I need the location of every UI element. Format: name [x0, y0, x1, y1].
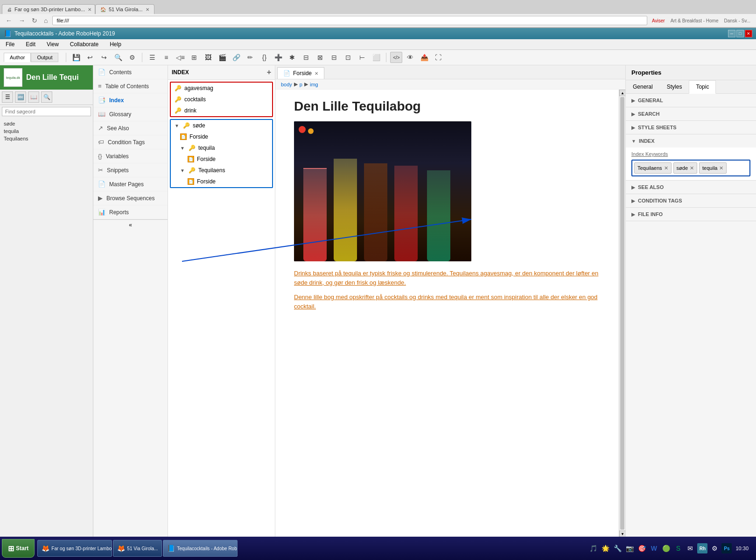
- sys-icon-settings[interactable]: 🔧: [612, 543, 623, 553]
- see-also-section-header[interactable]: ▶ SEE ALSO: [626, 181, 756, 194]
- general-section-header[interactable]: ▶ GENERAL: [626, 94, 756, 107]
- tab2-close[interactable]: ✕: [146, 7, 149, 12]
- nav-reports[interactable]: 📊 Reports: [93, 205, 168, 219]
- ordered-list-button[interactable]: ≡: [160, 52, 172, 63]
- art-breakfast-icon[interactable]: Art & Breakfast - Home: [669, 17, 721, 24]
- forside-tab[interactable]: 📄 Forside ✕: [277, 67, 324, 79]
- author-tab[interactable]: Author: [4, 53, 31, 62]
- close-button[interactable]: ✕: [745, 30, 752, 37]
- search-input[interactable]: [2, 107, 91, 116]
- index-item-forside-soede[interactable]: 📄 Forside: [171, 131, 272, 142]
- file-info-section-header[interactable]: ▶ FILE INFO: [626, 208, 756, 221]
- back-button[interactable]: ←: [4, 16, 14, 25]
- expand-soede[interactable]: ▼: [175, 123, 180, 128]
- index-section-header[interactable]: ▼ INDEX: [626, 134, 756, 147]
- address-bar[interactable]: [52, 16, 647, 25]
- link-button[interactable]: 🔗: [230, 52, 242, 63]
- index-item-forside-tequilaens[interactable]: 📄 Forside: [171, 176, 272, 187]
- format2-button[interactable]: ⊠: [314, 52, 326, 63]
- expand-tequila[interactable]: ▼: [180, 146, 186, 151]
- table-button[interactable]: ⊞: [188, 52, 200, 63]
- props-tab-styles[interactable]: Styles: [660, 80, 689, 93]
- track-button[interactable]: ⊡: [342, 52, 354, 63]
- taskbar-app-3[interactable]: 📘 Tequilacocktails - Adobe RoboHelp 2019: [163, 540, 238, 557]
- taskbar-app-1[interactable]: 🦊 Far og søn 3D-printer Lambo...: [37, 540, 112, 557]
- pen-button[interactable]: ✏: [244, 52, 256, 63]
- index-item-agavesmag[interactable]: 🔑 agavesmag: [171, 83, 272, 94]
- preview-button[interactable]: 👁: [404, 52, 416, 63]
- sys-icon-target[interactable]: 🎯: [637, 543, 647, 553]
- menu-edit[interactable]: Edit: [24, 40, 37, 49]
- image-button[interactable]: 🖼: [202, 52, 214, 63]
- aviser-icon[interactable]: Aviser: [650, 17, 667, 24]
- nav-glossary[interactable]: 📖 Glossary: [93, 107, 168, 121]
- nav-master-pages[interactable]: 📄 Master Pages: [93, 177, 168, 191]
- sys-icon-word[interactable]: W: [649, 543, 659, 553]
- frame-button[interactable]: ⬜: [370, 52, 382, 63]
- index-item-drink[interactable]: 🔑 drink: [171, 105, 272, 116]
- tab1-close[interactable]: ✕: [88, 7, 91, 12]
- left-list-view[interactable]: ☰: [2, 91, 13, 103]
- format-button[interactable]: ⊟: [300, 52, 312, 63]
- index-item-soede[interactable]: ▼ 🔑 søde: [171, 120, 272, 131]
- scroll-up-button[interactable]: ▲: [619, 90, 625, 96]
- maximize-button[interactable]: □: [736, 30, 744, 37]
- keyword-soede-remove[interactable]: ✕: [690, 165, 694, 171]
- taskbar-app-2[interactable]: 🦊 51 Via Girola...: [113, 540, 162, 557]
- undo-button[interactable]: ↩: [84, 52, 96, 63]
- output-tab[interactable]: Output: [31, 53, 58, 62]
- sys-icon-ps[interactable]: Ps: [721, 543, 732, 553]
- fullscreen-button[interactable]: ⛶: [432, 52, 444, 63]
- home-button[interactable]: ⌂: [42, 16, 49, 25]
- save-button[interactable]: 💾: [70, 52, 82, 63]
- menu-view[interactable]: View: [45, 40, 61, 49]
- index-item-forside-tequila[interactable]: 📄 Forside: [171, 154, 272, 165]
- nav-index[interactable]: 📑 Index: [93, 93, 168, 107]
- menu-file[interactable]: File: [4, 40, 16, 49]
- settings-button[interactable]: ⚙: [126, 52, 138, 63]
- plus-button[interactable]: ➕: [272, 52, 284, 63]
- breadcrumb-img[interactable]: img: [310, 82, 318, 87]
- search-result-3[interactable]: Tequilaens: [4, 135, 89, 142]
- left-book-view[interactable]: 📖: [28, 91, 39, 103]
- dansk-icon[interactable]: Dansk - Sv...: [722, 17, 753, 24]
- accept-button[interactable]: ⊢: [356, 52, 368, 63]
- browser-tab-2[interactable]: 🏠 51 Via Girola... ✕: [95, 4, 154, 14]
- find-button[interactable]: 🔍: [112, 52, 124, 63]
- list-button[interactable]: ☰: [146, 52, 158, 63]
- sys-icon-rh[interactable]: Rh: [697, 543, 707, 553]
- outdent-button[interactable]: ◁≡: [174, 52, 186, 63]
- index-add-button[interactable]: +: [267, 68, 271, 77]
- forward-button[interactable]: →: [17, 16, 27, 25]
- forside-tab-close[interactable]: ✕: [315, 71, 318, 76]
- props-tab-general[interactable]: General: [626, 80, 660, 93]
- code-button[interactable]: {}: [258, 52, 270, 63]
- browser-tab-1[interactable]: 🖨 Far og søn 3D-printer Lambo... ✕: [2, 4, 95, 14]
- keyword-tequilaens-remove[interactable]: ✕: [664, 165, 668, 171]
- sys-icon-spotify[interactable]: 🟢: [661, 543, 671, 553]
- nav-condition-tags[interactable]: 🏷 Condition Tags: [93, 135, 168, 149]
- props-tab-topic[interactable]: Topic: [689, 80, 716, 94]
- content-scrollbar[interactable]: ▲ ▼: [619, 90, 625, 537]
- index-item-tequila[interactable]: ▼ 🔑 tequila: [171, 142, 272, 154]
- code-view-button[interactable]: </>: [390, 52, 402, 63]
- refresh-button[interactable]: ↻: [30, 16, 39, 25]
- sys-icon-camera[interactable]: 📷: [624, 543, 635, 553]
- sys-icon-mail[interactable]: ✉: [685, 543, 695, 553]
- condition-tags-section-header[interactable]: ▶ CONDITION TAGS: [626, 194, 756, 207]
- stylesheets-section-header[interactable]: ▶ STYLE SHEETS: [626, 121, 756, 134]
- expand-tequilaens[interactable]: ▼: [180, 168, 186, 173]
- nav-toc[interactable]: ≡ Table of Contents: [93, 79, 168, 93]
- asterisk-button[interactable]: ✱: [286, 52, 298, 63]
- scroll-down-button[interactable]: ▼: [619, 531, 625, 537]
- search-section-header[interactable]: ▶ SEARCH: [626, 107, 756, 120]
- start-button[interactable]: ⊞ Start: [2, 539, 35, 558]
- left-find-view[interactable]: 🔍: [41, 91, 52, 103]
- nav-snippets[interactable]: ✂ Snippets: [93, 163, 168, 177]
- nav-collapse-button[interactable]: «: [93, 219, 168, 230]
- media-button[interactable]: 🎬: [216, 52, 228, 63]
- breadcrumb-p[interactable]: p: [300, 82, 302, 87]
- search-result-2[interactable]: tequila: [4, 127, 89, 135]
- nav-variables[interactable]: {} Variables: [93, 149, 168, 163]
- menu-help[interactable]: Help: [108, 40, 123, 49]
